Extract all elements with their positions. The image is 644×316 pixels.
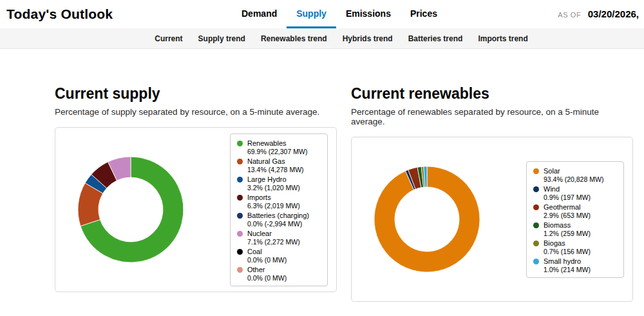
current-supply-subtitle: Percentage of supply separated by resour…: [55, 107, 337, 117]
legend-color-dot-nuclear: [237, 231, 243, 237]
main-nav: Demand Supply Emissions Prices: [232, 0, 447, 28]
current-renewables-panel: Current renewables Percentage of renewab…: [351, 85, 633, 302]
legend-label: Biogas: [544, 239, 618, 248]
legend-label: Natural Gas: [247, 157, 322, 166]
legend-color-dot-biomass: [533, 222, 539, 228]
legend-color-dot-renewables: [237, 141, 243, 146]
legend-label: Small hydro: [544, 257, 618, 266]
subnav-supply-trend[interactable]: Supply trend: [198, 34, 245, 43]
legend-item-biogas: Biogas0.7% (156 MW): [533, 239, 618, 255]
legend-color-dot-geothermal: [533, 204, 539, 210]
nav-prices[interactable]: Prices: [401, 0, 447, 28]
legend-color-dot-other: [237, 267, 243, 273]
legend-color-dot-imports: [237, 195, 243, 201]
legend-label: Geothermal: [544, 203, 618, 212]
legend-value: 6.3% (2,019 MW): [247, 202, 322, 210]
subnav-renewables-trend[interactable]: Renewables trend: [261, 34, 327, 43]
legend-item-wind: Wind0.9% (197 MW): [533, 185, 618, 201]
legend-value: 1.2% (259 MW): [544, 230, 618, 237]
main-content: Current supply Percentage of supply sepa…: [0, 49, 644, 302]
legend-value: 13.4% (4,278 MW): [247, 166, 322, 173]
legend-label: Nuclear: [247, 230, 322, 238]
legend-item-renewables: Renewables69.9% (22,307 MW): [237, 139, 322, 155]
legend-color-dot-biogas: [533, 241, 539, 246]
legend-color-dot-natural-gas: [237, 159, 243, 164]
header: Today's Outlook Demand Supply Emissions …: [0, 0, 644, 28]
legend-value: 0.0% (0 MW): [247, 256, 322, 264]
legend-item-imports: Imports6.3% (2,019 MW): [237, 193, 322, 210]
subnav-batteries-trend[interactable]: Batteries trend: [408, 34, 463, 43]
current-renewables-title: Current renewables: [351, 85, 633, 103]
as-of-date: 03/20/2026,: [588, 8, 639, 19]
legend-label: Coal: [247, 248, 322, 256]
subnav-hybrids-trend[interactable]: Hybrids trend: [343, 34, 393, 43]
legend-color-dot-small-hydro: [533, 259, 539, 264]
current-supply-donut-chart: [76, 155, 185, 264]
nav-demand[interactable]: Demand: [232, 0, 287, 28]
legend-value: 3.2% (1,020 MW): [247, 184, 322, 192]
legend-value: 0.7% (156 MW): [544, 248, 618, 255]
legend-value: 0.9% (197 MW): [544, 193, 618, 201]
nav-supply[interactable]: Supply: [287, 0, 336, 28]
current-renewables-chart-card: Solar93.4% (20,828 MW)Wind0.9% (197 MW)G…: [351, 137, 633, 302]
legend-color-dot-solar: [533, 168, 539, 174]
legend-item-batteries-charging: Batteries (charging)0.0% (-2,994 MW): [237, 212, 322, 228]
nav-emissions[interactable]: Emissions: [336, 0, 401, 28]
subnav: Current Supply trend Renewables trend Hy…: [0, 28, 644, 49]
as-of-label: AS OF: [558, 11, 581, 19]
subnav-imports-trend[interactable]: Imports trend: [478, 34, 527, 43]
legend-value: 7.1% (2,272 MW): [247, 238, 322, 246]
current-supply-title: Current supply: [55, 85, 337, 103]
legend-label: Imports: [247, 193, 322, 202]
legend-value: 93.4% (20,828 MW): [544, 175, 618, 183]
legend-item-other: Other0.0% (0 MW): [237, 266, 322, 282]
legend-value: 0.0% (0 MW): [247, 274, 322, 282]
page-title: Today's Outlook: [6, 6, 122, 22]
legend-item-large-hydro: Large Hydro3.2% (1,020 MW): [237, 175, 322, 192]
current-renewables-legend: Solar93.4% (20,828 MW)Wind0.9% (197 MW)G…: [526, 161, 624, 278]
legend-color-dot-large-hydro: [237, 177, 243, 183]
legend-color-dot-batteries-charging: [237, 213, 243, 219]
current-renewables-donut-chart: [372, 164, 482, 274]
legend-label: Biomass: [544, 221, 618, 230]
current-supply-panel: Current supply Percentage of supply sepa…: [55, 85, 337, 302]
legend-label: Batteries (charging): [247, 212, 322, 220]
legend-value: 69.9% (22,307 MW): [247, 148, 322, 155]
legend-item-biomass: Biomass1.2% (259 MW): [533, 221, 618, 237]
legend-label: Solar: [544, 167, 618, 175]
legend-color-dot-wind: [533, 186, 539, 192]
legend-label: Wind: [544, 185, 618, 193]
legend-item-nuclear: Nuclear7.1% (2,272 MW): [237, 230, 322, 246]
current-supply-legend: Renewables69.9% (22,307 MW)Natural Gas13…: [230, 133, 328, 286]
legend-item-solar: Solar93.4% (20,828 MW): [533, 167, 618, 183]
legend-value: 1.0% (214 MW): [544, 266, 618, 273]
as-of: AS OF 03/20/2026,: [558, 8, 639, 20]
legend-item-small-hydro: Small hydro1.0% (214 MW): [533, 257, 618, 273]
subnav-current[interactable]: Current: [155, 34, 182, 43]
legend-item-geothermal: Geothermal2.9% (653 MW): [533, 203, 618, 219]
current-renewables-subtitle: Percentage of renewables separated by re…: [351, 107, 633, 126]
legend-value: 2.9% (653 MW): [544, 212, 618, 219]
legend-value: 0.0% (-2,994 MW): [247, 220, 322, 228]
legend-label: Large Hydro: [247, 175, 322, 184]
legend-item-natural-gas: Natural Gas13.4% (4,278 MW): [237, 157, 322, 173]
legend-label: Renewables: [247, 139, 322, 148]
legend-label: Other: [247, 266, 322, 274]
current-supply-chart-card: Renewables69.9% (22,307 MW)Natural Gas13…: [55, 127, 337, 292]
legend-color-dot-coal: [237, 249, 243, 255]
legend-item-coal: Coal0.0% (0 MW): [237, 248, 322, 264]
